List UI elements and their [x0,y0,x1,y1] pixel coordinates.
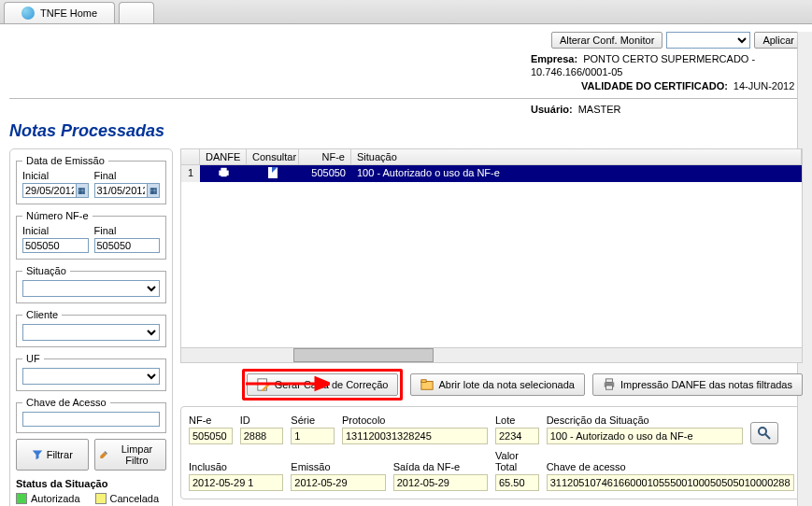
tab-title: TNFE Home [40,7,97,19]
limpar-filtro-button[interactable]: Limpar Filtro [94,439,167,471]
detail-emissao [291,474,385,491]
col-nfe[interactable]: NF-e [299,149,351,164]
svg-marker-4 [316,378,330,389]
search-icon [757,426,772,441]
details-panel: NF-e ID Série Protocolo Lote Descrição d… [180,406,803,499]
magnify-button[interactable] [750,422,778,444]
data-emissao-fieldset: Data de Emissão Inicial ▦ Final ▦ [16,155,166,204]
printer-icon [603,378,616,391]
legend-cancelada: Cancelada [95,493,167,504]
nfe-final-input[interactable] [94,238,161,253]
col-danfe[interactable]: DANFE [200,149,247,164]
horizontal-scrollbar[interactable] [181,347,802,362]
printer-icon [218,167,230,177]
aplicar-button[interactable]: Aplicar [754,32,803,49]
detail-id [240,428,284,444]
page-title: Notas Processadas [9,121,803,141]
detail-valor [495,474,539,491]
data-final-input[interactable] [94,183,149,198]
filter-panel: Data de Emissão Inicial ▦ Final ▦ [9,148,173,506]
consultar-cell[interactable] [247,165,299,182]
svg-line-12 [765,434,770,439]
detail-lote [495,428,539,444]
detail-protocolo [342,428,488,444]
detail-inclusao [189,474,283,491]
status-legend: Status da Situação Autorizada Cancelada … [16,478,166,506]
svg-rect-1 [221,168,226,171]
nfe-inicial-input[interactable] [22,238,89,253]
detail-chave [547,474,794,491]
detail-nfe [189,428,233,444]
data-inicial-input[interactable] [22,183,77,198]
abrir-lote-button[interactable]: Abrir lote da nota selecionada [410,373,585,396]
highlight-arrow [246,374,330,393]
calendar-icon[interactable]: ▦ [77,183,89,198]
globe-icon [21,7,35,20]
situacao-cell: 100 - Autorizado o uso da NF-e [351,165,802,182]
new-tab-button[interactable] [119,2,154,23]
danfe-cell[interactable] [200,165,247,182]
monitor-select[interactable] [666,32,750,49]
results-grid: DANFE Consultar NF-e Situação 1 505 [180,148,803,363]
col-consultar[interactable]: Consultar [247,149,299,164]
nfe-cell: 505050 [299,165,351,182]
filtrar-button[interactable]: Filtrar [16,439,89,471]
situacao-select[interactable] [22,280,160,297]
uf-select[interactable] [22,368,160,385]
chave-input[interactable] [22,412,160,427]
uf-fieldset: UF [16,353,166,391]
document-icon [268,167,278,178]
detail-serie [291,428,335,444]
browser-tab[interactable]: TNFE Home [4,2,115,23]
brush-icon [99,449,108,460]
numero-nfe-fieldset: Número NF-e Inicial Final [16,210,166,260]
funnel-icon [32,449,43,460]
situacao-fieldset: Situação [16,265,166,303]
legend-autorizada: Autorizada [16,493,88,504]
svg-point-11 [759,428,766,435]
detail-saida [393,474,488,491]
cliente-select[interactable] [22,324,160,341]
company-info: Empresa:PONTO CERTO SUPERMERCADO - 10.74… [9,52,803,92]
user-info: Usuário:MASTER [9,103,803,116]
detail-descricao [547,428,744,444]
impressao-danfe-button[interactable]: Impressão DANFE das notas filtradas [592,373,803,396]
chave-fieldset: Chave de Acesso [16,397,166,433]
svg-rect-10 [605,386,612,389]
calendar-icon[interactable]: ▦ [148,183,160,198]
svg-rect-9 [605,379,612,383]
row-index: 1 [181,165,200,182]
alterar-conf-button[interactable]: Alterar Conf. Monitor [551,32,662,49]
cliente-fieldset: Cliente [16,309,166,347]
grid-row[interactable]: 1 505050 100 - Autorizado o uso da NF-e [181,165,802,182]
svg-rect-7 [421,380,426,383]
svg-rect-2 [221,174,226,176]
col-situacao[interactable]: Situação [351,149,802,164]
open-icon [420,378,434,391]
